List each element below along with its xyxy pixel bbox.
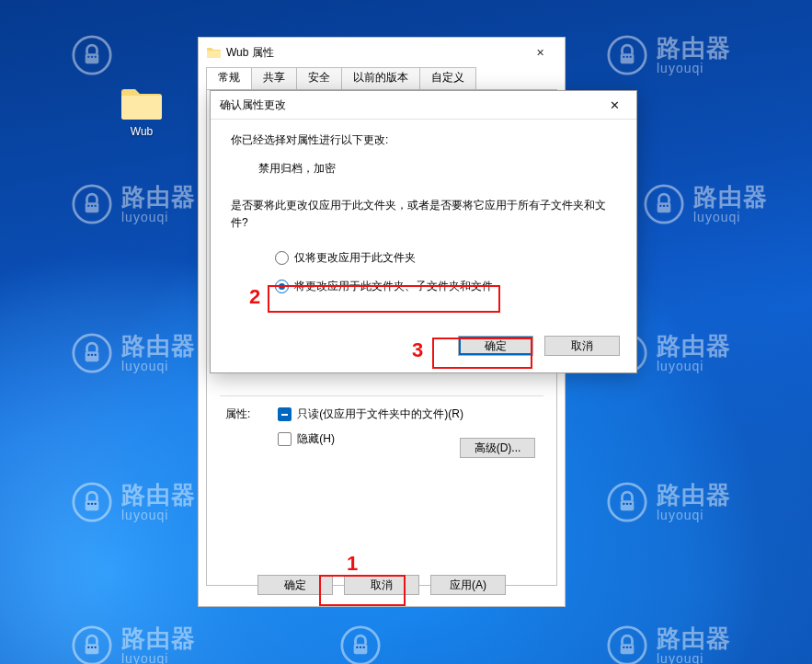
tab-security[interactable]: 安全 (296, 67, 342, 89)
tab-strip: 常规 共享 安全 以前的版本 自定义 (199, 67, 565, 89)
advanced-button[interactable]: 高级(D)... (460, 438, 535, 458)
radio-apply-to-all[interactable]: 将更改应用于此文件夹、子文件夹和文件 (275, 279, 616, 294)
props-ok-button[interactable]: 确定 (257, 575, 333, 595)
confirm-dialog: 确认属性更改 ✕ 你已经选择对属性进行以下更改: 禁用归档，加密 是否要将此更改… (210, 90, 637, 373)
confirm-cancel-button[interactable]: 取消 (544, 336, 620, 356)
confirm-buttons: 确定 取消 (458, 336, 620, 356)
desktop-folder-label: Wub (131, 125, 153, 138)
props-cancel-button[interactable]: 取消 (344, 575, 419, 595)
confirm-ok-button[interactable]: 确定 (458, 336, 533, 356)
radio-checked-icon (275, 280, 289, 293)
titlebar[interactable]: Wub 属性 ✕ (199, 38, 565, 67)
tab-customize[interactable]: 自定义 (419, 67, 476, 89)
tab-general[interactable]: 常规 (206, 67, 252, 89)
confirm-heading: 你已经选择对属性进行以下更改: (231, 132, 616, 148)
props-apply-button[interactable]: 应用(A) (430, 575, 506, 595)
close-button[interactable]: ✕ (522, 47, 557, 59)
properties-buttons: 确定 取消 应用(A) (199, 575, 565, 595)
confirm-content: 你已经选择对属性进行以下更改: 禁用归档，加密 是否要将此更改仅应用于此文件夹，… (211, 120, 636, 294)
radio-this-folder-only[interactable]: 仅将更改应用于此文件夹 (275, 250, 616, 266)
readonly-checkbox[interactable]: 只读(仅应用于文件夹中的文件)(R) (278, 406, 463, 422)
confirm-title: 确认属性更改 (220, 97, 602, 113)
folder-icon (206, 46, 221, 59)
hidden-checkbox[interactable]: 隐藏(H) (278, 431, 463, 447)
attributes-label: 属性: (225, 406, 250, 422)
checkbox-icon (278, 432, 292, 446)
confirm-titlebar[interactable]: 确认属性更改 ✕ (211, 91, 636, 120)
tab-sharing[interactable]: 共享 (251, 67, 297, 89)
desktop-folder[interactable]: Wub (109, 85, 174, 138)
checkbox-indeterminate-icon (278, 407, 292, 421)
radio-icon (275, 251, 289, 265)
confirm-close-button[interactable]: ✕ (602, 97, 627, 114)
dialog-title: Wub 属性 (226, 45, 522, 61)
confirm-prompt: 是否要将此更改仅应用于此文件夹，或者是否要将它应用于所有子文件夹和文件? (231, 197, 616, 232)
tab-previous-versions[interactable]: 以前的版本 (341, 67, 420, 89)
confirm-detail: 禁用归档，加密 (258, 161, 616, 177)
folder-icon (120, 85, 164, 121)
